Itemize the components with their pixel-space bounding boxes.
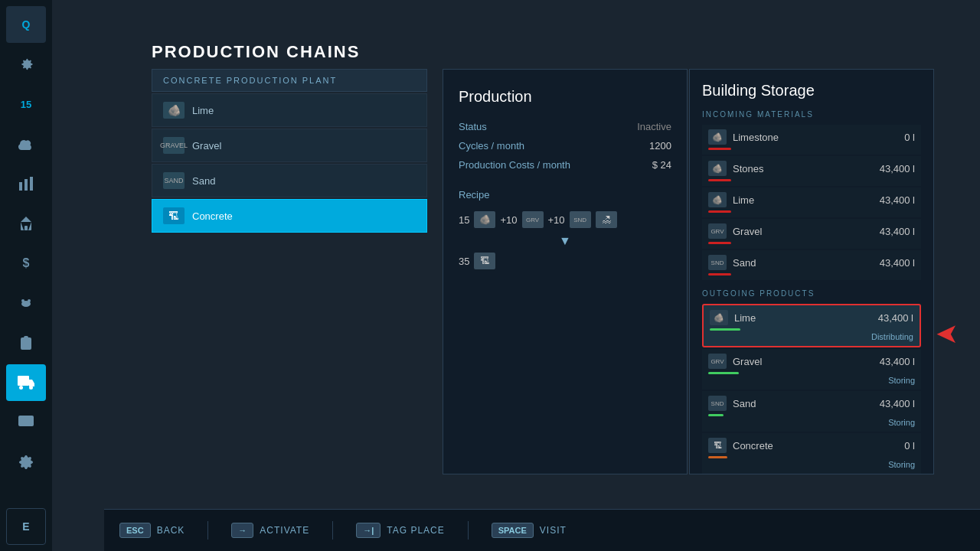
sidebar-item-stats[interactable] [6, 165, 46, 202]
esc-badge: ESC [119, 523, 151, 538]
svg-point-4 [21, 299, 24, 302]
building-storage-title: Building Storage [702, 82, 921, 99]
sidebar-item-farm[interactable] [6, 205, 46, 242]
gravel-icon: GRAVEL [163, 137, 185, 154]
recipe-amount-1: 15 [459, 214, 469, 226]
production-panel: Production Status Inactive Cycles / mont… [443, 69, 688, 474]
incoming-gravel-amount: 43,400 l [880, 226, 915, 237]
stones-amount: 43,400 l [880, 163, 915, 174]
stones-name: Stones [733, 163, 763, 174]
sidebar-item-notes[interactable] [6, 324, 46, 361]
visit-label: VISIT [540, 525, 567, 536]
separator-2 [332, 521, 333, 540]
incoming-limestone: 🪨 Limestone 0 l [702, 125, 921, 155]
outgoing-sand: SND Sand 43,400 l Storing [702, 391, 921, 432]
outgoing-sand-amount: 43,400 l [880, 398, 915, 409]
outgoing-concrete-amount: 0 l [904, 440, 915, 452]
outgoing-concrete-status: Storing [708, 460, 915, 469]
esc-key-group: ESC BACK [119, 523, 185, 538]
recipe-output-amount: 35 [459, 256, 469, 267]
incoming-lime-bar [708, 210, 731, 213]
incoming-materials-label: INCOMING MATERIALS [702, 110, 921, 119]
incoming-sand-amount: 43,400 l [880, 257, 915, 269]
incoming-gravel-bar [708, 242, 731, 244]
panel-header: CONCRETE PRODUCTION PLANT [152, 69, 427, 92]
costs-row: Production Costs / month $ 24 [459, 159, 671, 171]
activate-key-group: → ACTIVATE [231, 523, 309, 538]
recipe-title: Recipe [459, 189, 671, 201]
recipe-icon-sand2: 🏖 [596, 211, 617, 228]
lime-icon: 🪨 [163, 102, 185, 119]
outgoing-sand-status: Storing [708, 418, 915, 427]
recipe-output-icon: 🏗 [474, 253, 495, 269]
tagplace-key-group: →| TAG PLACE [356, 523, 445, 538]
chain-item-gravel[interactable]: GRAVEL Gravel [152, 129, 427, 162]
production-title: Production [459, 88, 671, 106]
sidebar-item-calendar[interactable]: 15 [6, 86, 46, 122]
outgoing-products-label: OUTGOING PRODUCTS [702, 289, 921, 298]
sidebar-item-transport[interactable] [6, 364, 46, 401]
sidebar: Q 15 $ E [0, 0, 52, 551]
outgoing-lime-name: Lime [734, 312, 756, 324]
svg-point-5 [28, 299, 31, 302]
visit-badge: SPACE [492, 523, 534, 538]
concrete-icon: 🏗 [163, 207, 185, 224]
svg-rect-0 [19, 182, 22, 191]
chain-item-concrete[interactable]: 🏗 Concrete [152, 199, 427, 233]
sidebar-item-e[interactable]: E [6, 508, 46, 545]
incoming-stones: 🪨 Stones 43,400 l [702, 156, 921, 186]
visit-key-group: SPACE VISIT [492, 523, 567, 538]
outgoing-sand-name: Sand [733, 398, 756, 409]
outgoing-gravel-bar [708, 372, 739, 374]
outgoing-concrete-bar [708, 456, 727, 458]
outgoing-sand-bar [708, 414, 724, 416]
sidebar-item-weather[interactable] [6, 126, 46, 162]
tagplace-label: TAG PLACE [387, 525, 444, 536]
svg-rect-6 [18, 376, 29, 386]
red-arrow-indicator: ➤ [936, 318, 959, 350]
status-value: Inactive [637, 121, 671, 132]
sidebar-item-q[interactable]: Q [6, 6, 46, 43]
bottom-bar: ESC BACK → ACTIVATE →| TAG PLACE SPACE V… [104, 509, 980, 551]
separator-1 [207, 521, 208, 540]
recipe-formula: 15 🪨 +10 GRV +10 SND 🏖 [459, 211, 671, 228]
outgoing-gravel-name: Gravel [733, 356, 762, 367]
sidebar-item-tools[interactable] [6, 444, 46, 481]
outgoing-lime: 🪨 Lime 43,400 l Distributing [702, 304, 921, 347]
sidebar-item-livestock[interactable] [6, 285, 46, 321]
stones-icon: 🪨 [708, 161, 727, 176]
sidebar-item-economy[interactable]: $ [6, 245, 46, 282]
sand-icon: SAND [163, 172, 185, 189]
recipe-plus-2: +10 [548, 214, 565, 226]
svg-rect-1 [24, 179, 28, 191]
chain-label-sand: Sand [192, 175, 215, 187]
main-content: PRODUCTION CHAINS CONCRETE PRODUCTION PL… [52, 0, 980, 551]
status-label: Status [459, 121, 487, 132]
outgoing-sand-icon: SND [708, 396, 727, 411]
activate-label: ACTIVATE [260, 525, 309, 536]
limestone-amount: 0 l [904, 132, 915, 143]
svg-point-8 [29, 386, 33, 390]
incoming-lime: 🪨 Lime 43,400 l [702, 187, 921, 217]
outgoing-lime-status: Distributing [710, 332, 913, 341]
cycles-value: 1200 [649, 140, 671, 152]
outgoing-gravel: GRV Gravel 43,400 l Storing [702, 349, 921, 390]
chain-label-gravel: Gravel [192, 140, 221, 152]
incoming-sand-bar [708, 273, 731, 276]
outgoing-concrete-icon: 🏗 [708, 438, 727, 453]
outgoing-gravel-status: Storing [708, 376, 915, 385]
activate-badge: → [231, 523, 253, 538]
esc-label: BACK [157, 525, 185, 536]
incoming-gravel-name: Gravel [733, 226, 762, 237]
outgoing-concrete-name: Concrete [733, 440, 773, 452]
chain-item-lime[interactable]: 🪨 Lime [152, 93, 427, 127]
chain-item-sand[interactable]: SAND Sand [152, 164, 427, 197]
svg-point-10 [24, 460, 28, 465]
recipe-icon-lime: 🪨 [474, 211, 495, 228]
stones-bar [708, 179, 731, 181]
sidebar-item-monitor[interactable] [6, 404, 46, 441]
incoming-lime-name: Lime [733, 194, 754, 206]
limestone-bar [708, 148, 731, 150]
sidebar-item-settings[interactable] [6, 46, 46, 83]
costs-label: Production Costs / month [459, 159, 570, 171]
